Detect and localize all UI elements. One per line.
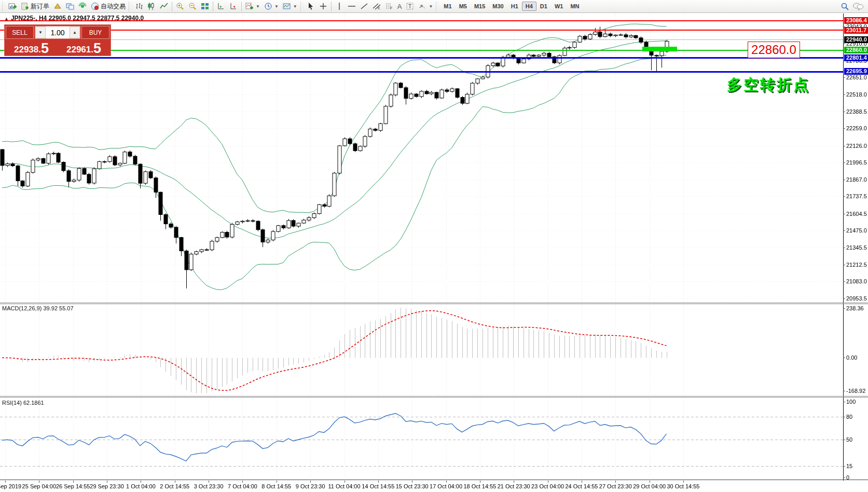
bar-chart-button[interactable] (133, 1, 145, 12)
timeframe-m1-button[interactable]: M1 (440, 2, 455, 11)
price-tick-label: 21475.0 (846, 227, 867, 234)
new-chart-icon (8, 2, 17, 10)
price-tick-label: 21604.5 (846, 211, 867, 217)
label-tool-icon: T (406, 2, 414, 10)
vertical-line-icon (335, 2, 343, 10)
time-tick-label: 15 Oct 23:30 (396, 483, 429, 489)
cursor-icon (307, 2, 315, 10)
market-watch-button[interactable] (51, 1, 64, 12)
timeframe-bar: M1M5M15M30H1H4D1W1MN (440, 2, 583, 11)
tile-windows-button[interactable] (199, 1, 211, 12)
price-level-flag[interactable]: 22860.0 (748, 42, 800, 58)
price-level-label: 22940.0 (844, 36, 868, 43)
sell-price[interactable]: 22938.5 (6, 40, 57, 56)
navigator-button[interactable] (76, 1, 89, 12)
candlestick-chart-button[interactable] (145, 1, 158, 12)
price-tick-label: 22126.0 (846, 143, 867, 149)
new-chart-button[interactable] (6, 1, 19, 12)
autotrading-button[interactable]: 自动交易 (89, 1, 128, 12)
data-window-icon (66, 2, 74, 10)
time-tick-label: 21 Oct 23:30 (498, 483, 530, 489)
crosshair-tool-button[interactable] (317, 1, 329, 12)
time-tick-label: 23 Oct 04:00 (531, 483, 564, 489)
zoom-in-button[interactable] (174, 1, 186, 12)
equidistant-channel-icon: E (373, 2, 381, 10)
market-watch-icon (53, 2, 62, 10)
time-tick-label: 7 Oct 04:00 (228, 483, 257, 489)
volume-increase-button[interactable]: ▲ (70, 26, 80, 38)
templates-button[interactable]: ▼ (281, 1, 299, 12)
timeframe-mn-button[interactable]: MN (567, 2, 583, 11)
time-tick-label: 14 Oct 14:55 (362, 483, 394, 489)
timeframe-w1-button[interactable]: W1 (551, 2, 567, 11)
indicators-button[interactable]: ▼ (243, 1, 262, 12)
toolbar-separator (213, 2, 213, 11)
timeframe-h4-button[interactable]: H4 (522, 2, 536, 11)
chat-icon[interactable] (852, 2, 864, 10)
arrows-dropdown-arrow: ▼ (429, 4, 433, 9)
rsi-indicator-label: RSI(14) 62.1861 (2, 400, 44, 406)
time-tick-label: 25 Sep 04:00 (22, 483, 56, 489)
rsi-tick-label: 80 (846, 414, 852, 420)
navigator-icon (78, 2, 87, 10)
buy-button[interactable]: BUY (81, 26, 109, 39)
periods-button[interactable]: ▼ (262, 1, 281, 12)
time-tick-label: 3 Oct 23:30 (194, 483, 224, 489)
toolbar-separator (331, 2, 332, 11)
fibonacci-tool-button[interactable]: F (383, 1, 395, 12)
volume-decrease-button[interactable]: ▼ (35, 26, 46, 38)
price-level-label: 22695.9 (844, 68, 868, 75)
chart-shift-button[interactable] (227, 1, 240, 12)
zoom-out-icon (188, 2, 197, 10)
trendline-tool-button[interactable] (358, 1, 370, 12)
search-icon[interactable] (841, 2, 849, 11)
timeframe-m5-button[interactable]: M5 (456, 2, 471, 11)
rsi-tick-label: 50 (846, 436, 852, 443)
buy-price[interactable]: 22961.5 (58, 40, 109, 56)
chart-shift-icon (229, 2, 238, 10)
panel-collapse-icon[interactable]: ▲ (4, 16, 9, 21)
line-chart-button[interactable] (158, 1, 170, 12)
timeframe-m15-button[interactable]: M15 (471, 2, 489, 11)
timeframe-m30-button[interactable]: M30 (489, 2, 507, 11)
vertical-line-tool-button[interactable] (333, 1, 346, 12)
time-tick-label: 30 Oct 14:55 (667, 483, 700, 489)
auto-scroll-button[interactable] (215, 1, 227, 12)
sell-button[interactable]: SELL (6, 26, 34, 39)
cursor-tool-button[interactable] (305, 1, 317, 12)
price-tick-label: 22651.0 (846, 74, 867, 80)
macd-tick-label: -168.92 (846, 388, 865, 394)
rsi-tick-label: 15 (846, 463, 852, 469)
one-click-trading-panel: SELL ▼ ▲ BUY 22938.5 22961.5 (4, 24, 111, 56)
label-tool-button[interactable]: T (404, 1, 416, 12)
svg-text:T: T (408, 4, 411, 9)
horizontal-line-tool-button[interactable] (346, 1, 358, 12)
chart-canvas[interactable] (0, 0, 868, 492)
price-tick-label: 22388.5 (846, 108, 867, 115)
text-tool-button[interactable]: A (395, 1, 404, 12)
new-order-button[interactable]: 新订单 (19, 1, 51, 12)
periods-clock-icon (264, 2, 272, 10)
zoom-out-button[interactable] (186, 1, 199, 12)
time-tick-label: 1 Oct 04:00 (126, 483, 156, 489)
timeframe-d1-button[interactable]: D1 (536, 2, 551, 11)
volume-stepper: ▼ ▲ (35, 26, 80, 39)
price-tick-label: 21737.5 (846, 193, 867, 199)
autotrading-label: 自动交易 (101, 2, 126, 11)
volume-input[interactable] (46, 26, 70, 38)
svg-text:F: F (390, 6, 392, 10)
equidistant-channel-tool-button[interactable]: E (370, 1, 383, 12)
price-level-label: 22860.0 (844, 47, 868, 53)
data-window-button[interactable] (64, 1, 76, 12)
time-tick-label: 9 Oct 23:30 (296, 483, 325, 489)
price-level-label: 22801.4 (844, 54, 868, 61)
fibonacci-icon: F (385, 2, 393, 10)
timeframe-h1-button[interactable]: H1 (507, 2, 522, 11)
price-tick-label: 21867.0 (846, 176, 867, 183)
bar-chart-icon (135, 2, 143, 10)
templates-icon (283, 2, 291, 10)
price-tick-label: 21996.5 (846, 159, 867, 166)
time-tick-label: 29 Oct 04:00 (633, 483, 666, 489)
price-tick-label: 20953.5 (846, 295, 867, 302)
arrows-tool-button[interactable]: ▼ (416, 1, 435, 12)
